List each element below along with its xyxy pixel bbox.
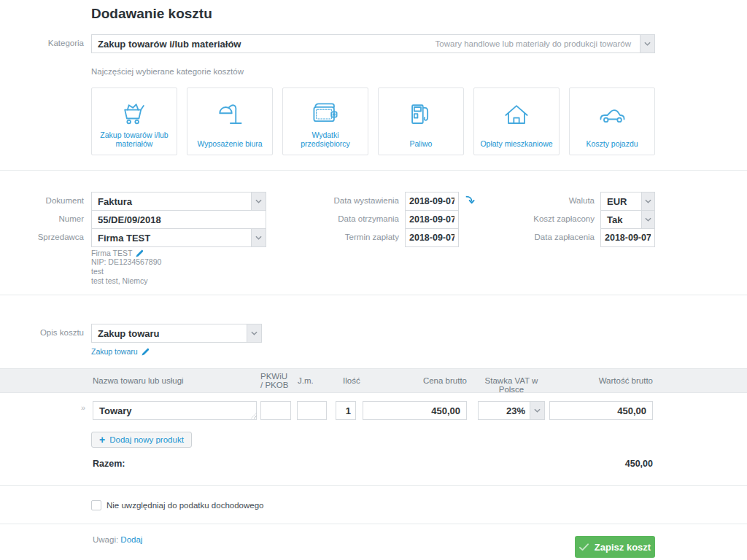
fuel-pump-icon <box>405 98 437 132</box>
seller-nip: NIP: DE1234567890 <box>91 257 161 267</box>
sprzedawca-value: Firma TEST <box>98 233 150 244</box>
section-divider <box>0 485 747 486</box>
total-label: Razem: <box>93 459 125 469</box>
category-label: Kategoria <box>15 39 84 47</box>
sprzedawca-select[interactable]: Firma TEST <box>91 228 266 247</box>
item-vat-value: 23% <box>506 405 525 416</box>
seller-details: Firma TEST NIP: DE1234567890 test test t… <box>91 249 161 286</box>
category-value: Zakup towarów i/lub materiałów <box>98 39 241 50</box>
save-cost-label: Zapisz koszt <box>595 542 651 553</box>
seller-name: Firma TEST <box>91 249 132 257</box>
opis-kosztu-note: Zakup towaru <box>91 347 150 356</box>
chevron-down-icon <box>641 211 654 228</box>
waluta-select[interactable]: EUR <box>600 192 655 211</box>
termin-zaplaty-label: Termin zapłaty <box>311 233 399 241</box>
data-wystawienia-label: Data wystawienia <box>311 196 399 205</box>
favorites-heading: Najczęściej wybierane kategorie kosztów <box>91 67 244 77</box>
car-icon <box>596 98 628 132</box>
category-combobox[interactable]: Zakup towarów i/lub materiałów Towary ha… <box>91 34 655 53</box>
copy-date-down-icon[interactable] <box>465 194 475 208</box>
wallet-icon <box>309 98 341 131</box>
shopping-cart-icon <box>118 98 150 131</box>
add-product-label: Dodaj nowy produkt <box>109 435 184 444</box>
opis-kosztu-label: Opis kosztu <box>15 328 84 337</box>
opis-kosztu-value: Zakup towaru <box>98 328 160 339</box>
total-value: 450,00 <box>580 459 653 469</box>
termin-zaplaty-input[interactable] <box>405 228 459 247</box>
uwagi-label: Uwagi: <box>93 535 118 544</box>
exclude-tax-label: Nie uwzględniaj do podatku dochodowego <box>107 501 263 510</box>
waluta-value: EUR <box>607 196 627 207</box>
sprzedawca-label: Sprzedawca <box>15 233 84 241</box>
item-vat-select[interactable]: 23% <box>478 401 545 420</box>
item-qty-input[interactable] <box>336 401 356 420</box>
uwagi-add-link[interactable]: Dodaj <box>120 535 142 544</box>
data-wystawienia-input[interactable] <box>405 192 459 211</box>
edit-pencil-icon[interactable] <box>142 348 150 356</box>
numer-label: Numer <box>15 214 84 223</box>
tile-label: Zakup towarów i/lub materiałów <box>92 131 177 148</box>
seller-address-line: test test, Niemcy <box>91 276 161 286</box>
add-cost-page: Dodawanie kosztu Kategoria Zakup towarów… <box>0 0 747 560</box>
row-handle-icon[interactable]: » <box>81 403 85 412</box>
save-cost-button[interactable]: Zapisz koszt <box>575 536 655 558</box>
chevron-down-icon <box>641 192 654 210</box>
opis-kosztu-select[interactable]: Zakup towaru <box>91 324 262 343</box>
dokument-label: Dokument <box>15 196 84 205</box>
chevron-down-icon <box>640 35 654 52</box>
house-icon <box>500 98 533 132</box>
col-header-price: Cena brutto <box>394 376 467 385</box>
chevron-down-icon <box>251 192 266 210</box>
data-zaplacenia-input[interactable] <box>600 228 655 247</box>
data-zaplacenia-label: Data zapłacenia <box>507 233 595 241</box>
tile-label: Opłaty mieszkaniowe <box>476 139 557 148</box>
item-name-textarea[interactable] <box>93 401 257 420</box>
category-tile-housing[interactable]: Opłaty mieszkaniowe <box>473 88 560 155</box>
tile-label: Wyposażenie biura <box>193 139 266 148</box>
col-header-vat: Stawka VAT w Polsce <box>478 376 545 394</box>
category-tile-entrepreneur[interactable]: Wydatki przedsiębiorcy <box>282 88 368 155</box>
data-otrzymania-input[interactable] <box>405 210 459 229</box>
numer-input[interactable] <box>91 210 266 229</box>
opis-note-text: Zakup towaru <box>91 347 138 356</box>
add-product-button[interactable]: + Dodaj nowy produkt <box>91 432 192 448</box>
plus-icon: + <box>99 435 105 445</box>
category-tile-vehicle[interactable]: Koszty pojazdu <box>569 88 655 155</box>
category-tile-fuel[interactable]: Paliwo <box>378 88 464 155</box>
item-pkwiu-input[interactable] <box>260 401 291 420</box>
section-divider <box>0 295 747 295</box>
col-header-qty: Ilość <box>343 376 360 385</box>
category-hint: Towary handlowe lub materiały do produkc… <box>436 39 635 48</box>
section-divider <box>0 524 747 524</box>
koszt-zaplacony-label: Koszt zapłacony <box>507 214 595 223</box>
col-header-jm: J.m. <box>298 376 314 385</box>
col-header-gross: Wartość brutto <box>580 376 653 385</box>
col-header-pkwiu: PKWiU / PKOB <box>260 372 288 389</box>
dokument-value: Faktura <box>98 196 132 207</box>
col-header-name: Nazwa towaru lub usługi <box>93 376 184 385</box>
seller-address-line: test <box>91 267 161 276</box>
edit-pencil-icon[interactable] <box>136 249 144 257</box>
item-price-input[interactable] <box>363 401 467 420</box>
koszt-zaplacony-value: Tak <box>607 214 622 225</box>
item-gross-input[interactable] <box>549 401 653 420</box>
item-jm-input[interactable] <box>297 401 327 420</box>
chevron-down-icon <box>247 324 261 342</box>
chevron-down-icon <box>251 229 266 246</box>
category-tile-goods[interactable]: Zakup towarów i/lub materiałów <box>91 88 177 155</box>
desk-lamp-icon <box>214 98 246 132</box>
data-otrzymania-label: Data otrzymania <box>311 214 399 223</box>
waluta-label: Waluta <box>507 196 595 205</box>
koszt-zaplacony-select[interactable]: Tak <box>600 210 655 229</box>
page-title: Dodawanie kosztu <box>91 6 212 22</box>
dokument-select[interactable]: Faktura <box>91 192 266 211</box>
tile-label: Paliwo <box>406 139 437 148</box>
chevron-down-icon <box>530 402 544 419</box>
checkmark-icon <box>579 543 589 551</box>
category-tile-office[interactable]: Wyposażenie biura <box>187 88 273 155</box>
section-divider <box>0 170 747 171</box>
tile-label: Koszty pojazdu <box>581 139 642 148</box>
tile-label: Wydatki przedsiębiorcy <box>283 131 368 148</box>
uwagi-row: Uwagi: Dodaj <box>93 535 142 544</box>
exclude-tax-checkbox[interactable] <box>91 500 101 510</box>
